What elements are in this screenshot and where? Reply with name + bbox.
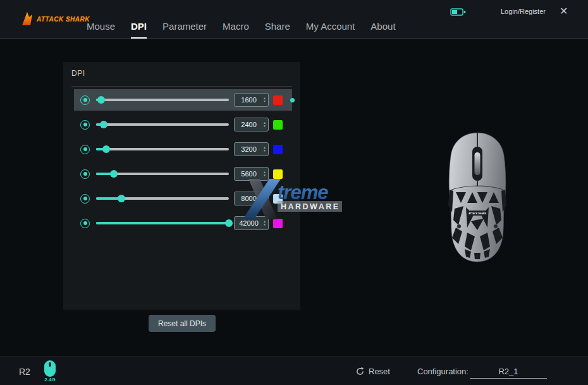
dpi-value: 8000 <box>235 195 263 202</box>
scroll-wheel <box>475 152 481 175</box>
dpi-slider[interactable] <box>96 120 229 129</box>
radio-dot-icon <box>83 98 87 102</box>
nav-item-share[interactable]: Share <box>265 21 290 39</box>
radio-dot-icon <box>83 197 87 200</box>
device-name: R2 <box>19 367 30 377</box>
configuration-label: Configuration: <box>417 367 469 376</box>
dpi-radio[interactable] <box>80 120 90 130</box>
radio-dot-icon <box>83 123 87 126</box>
dpi-row: 8000 ▲ ▼ <box>74 188 292 209</box>
spinner-down-icon[interactable]: ▼ <box>263 149 266 152</box>
screw-left <box>457 224 461 228</box>
slider-track[interactable] <box>96 197 229 200</box>
dpi-row: 5600 ▲ ▼ <box>74 163 292 185</box>
dpi-slider-handle[interactable] <box>118 195 125 202</box>
value-spinner: ▲ ▼ <box>263 121 266 128</box>
slider-track[interactable] <box>96 222 229 224</box>
slider-track[interactable] <box>96 99 229 101</box>
mouse-button-seam <box>477 133 478 148</box>
dpi-radio[interactable] <box>80 145 90 154</box>
dpi-row: 3200 ▲ ▼ <box>74 138 292 160</box>
dpi-value: 2400 <box>235 121 263 128</box>
dpi-radio[interactable] <box>80 194 90 204</box>
spinner-down-icon[interactable]: ▼ <box>263 223 266 226</box>
spinner-down-icon[interactable]: ▼ <box>263 125 266 128</box>
dpi-value: 5600 <box>235 170 263 178</box>
dpi-slider-handle[interactable] <box>225 219 233 227</box>
nav-item-macro[interactable]: Macro <box>223 21 249 39</box>
nav-item-dpi[interactable]: DPI <box>131 21 147 39</box>
value-spinner: ▲ ▼ <box>263 146 266 152</box>
reset-button[interactable]: Reset <box>356 367 390 376</box>
dpi-color-swatch[interactable] <box>273 145 283 154</box>
nav-item-my-account[interactable]: My Account <box>306 21 355 39</box>
configuration-group: Configuration: R2_1 <box>417 367 547 379</box>
dpi-slider[interactable] <box>96 219 229 228</box>
mouse-device-icon[interactable] <box>44 360 56 377</box>
radio-dot-icon <box>83 172 87 176</box>
brand-name: ATTACK SHARK <box>37 16 90 23</box>
dpi-color-swatch[interactable] <box>273 194 283 204</box>
dpi-slider-handle[interactable] <box>110 170 118 178</box>
dpi-value-input[interactable]: 42000 ▲ ▼ <box>234 216 269 230</box>
dpi-row: 42000 ▲ ▼ <box>74 212 292 234</box>
dpi-color-swatch[interactable] <box>273 120 283 130</box>
spinner-down-icon[interactable]: ▼ <box>263 100 266 103</box>
value-spinner: ▲ ▼ <box>263 195 266 202</box>
dpi-value: 1600 <box>235 96 263 104</box>
value-spinner: ▲ ▼ <box>263 171 266 177</box>
spinner-down-icon[interactable]: ▼ <box>263 199 266 202</box>
active-dpi-dot <box>290 98 295 102</box>
shark-fin-icon <box>21 11 34 27</box>
dpi-rows: 1600 ▲ ▼ 2400 ▲ ▼ 3200 <box>74 89 292 237</box>
dpi-slider-handle[interactable] <box>100 121 107 128</box>
screw-right <box>494 224 498 228</box>
dpi-slider[interactable] <box>96 169 229 178</box>
dpi-slider-handle[interactable] <box>97 96 105 104</box>
spinner-down-icon[interactable]: ▼ <box>263 174 266 177</box>
reset-label: Reset <box>369 367 390 376</box>
divider <box>71 86 292 87</box>
mouse-logo-text: ATTACK SHARK <box>469 212 486 215</box>
login-register-link[interactable]: Login/Register <box>501 8 546 15</box>
dpi-color-swatch[interactable] <box>273 219 283 228</box>
slider-track[interactable] <box>96 148 229 150</box>
dpi-row: 2400 ▲ ▼ <box>74 114 292 135</box>
close-icon[interactable]: ✕ <box>560 5 568 17</box>
dpi-value-input[interactable]: 2400 ▲ ▼ <box>234 118 269 131</box>
reset-all-dpis-button[interactable]: Reset all DPIs <box>149 315 216 332</box>
dpi-value-input[interactable]: 3200 ▲ ▼ <box>234 142 269 156</box>
mouse-product-image: ATTACK SHARK <box>439 131 515 263</box>
dpi-slider[interactable] <box>96 145 229 154</box>
dpi-panel: DPI 1600 ▲ ▼ 2400 ▲ ▼ <box>63 62 300 310</box>
dpi-radio[interactable] <box>80 95 90 105</box>
dpi-value-input[interactable]: 5600 ▲ ▼ <box>234 167 269 181</box>
slider-fill <box>96 222 229 224</box>
dpi-row: 1600 ▲ ▼ <box>74 89 292 111</box>
nav-item-mouse[interactable]: Mouse <box>87 21 115 39</box>
dpi-slider[interactable] <box>96 95 229 104</box>
dpi-value: 42000 <box>235 219 263 227</box>
dpi-slider[interactable] <box>96 194 229 203</box>
configuration-value-field[interactable]: R2_1 <box>470 367 547 379</box>
dpi-value: 3200 <box>235 145 263 153</box>
dpi-slider-handle[interactable] <box>102 145 110 153</box>
dpi-radio[interactable] <box>80 169 90 179</box>
header-bar: ATTACK SHARK MouseDPIParameterMacroShare… <box>0 0 588 39</box>
dpi-color-swatch[interactable] <box>273 169 283 179</box>
connection-mode-label: 2.4G <box>42 377 58 382</box>
footer-bar: R2 2.4G Reset Configuration: R2_1 <box>0 357 588 385</box>
slider-track[interactable] <box>96 123 229 126</box>
refresh-icon <box>356 367 364 376</box>
nav-item-parameter[interactable]: Parameter <box>162 21 207 39</box>
dpi-value-input[interactable]: 8000 ▲ ▼ <box>234 192 269 205</box>
battery-icon <box>450 7 467 17</box>
value-spinner: ▲ ▼ <box>263 220 266 226</box>
panel-title: DPI <box>71 69 85 78</box>
dpi-radio[interactable] <box>80 219 90 228</box>
dpi-color-swatch[interactable] <box>273 95 283 105</box>
dpi-value-input[interactable]: 1600 ▲ ▼ <box>234 93 269 107</box>
nav-item-about[interactable]: About <box>371 21 395 39</box>
brand-logo: ATTACK SHARK <box>21 11 90 27</box>
radio-dot-icon <box>83 221 87 225</box>
